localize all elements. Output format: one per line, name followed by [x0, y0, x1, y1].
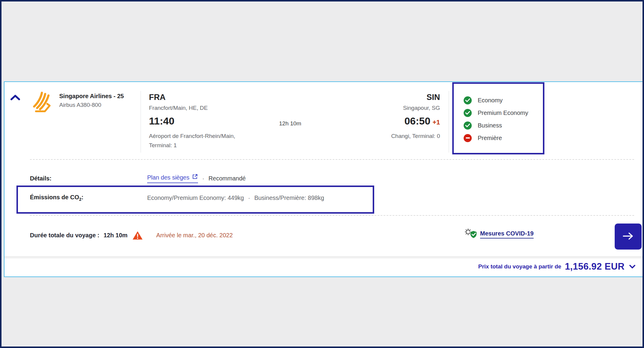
departure-info: FRA Francfort/Main, HE, DE 11:40 Aéropor… — [149, 93, 248, 150]
total-duration-row: Durée totale du voyage : 12h 10m Arrivée… — [30, 231, 233, 240]
dot-separator: · — [202, 175, 204, 182]
cabin-row-premium-economy: Premium Economy — [464, 107, 528, 119]
price-summary-bar[interactable]: Prix total du voyage à partir de 1,156.9… — [4, 256, 643, 276]
recommended-label: Recommandé — [208, 175, 246, 182]
details-row: Détails: Plan des sièges · Recommandé — [30, 174, 246, 183]
cabin-row-economy: Economy — [464, 94, 528, 107]
arrival-date-note: Arrivée le mar., 20 déc. 2022 — [156, 232, 233, 239]
departure-city: Francfort/Main, HE, DE — [149, 105, 248, 111]
arrival-airport-name: Changi, Terminal: 0 — [341, 131, 440, 141]
departure-airport-line2: Terminal: 1 — [149, 142, 177, 148]
covid-measures-row: Mesures COVID-19 — [464, 228, 534, 241]
cabin-row-premiere: Première — [464, 132, 528, 144]
cabin-label: Business — [478, 122, 502, 129]
screenshot-frame: Singapore Airlines - 25 Airbus A380-800 … — [0, 0, 644, 348]
departure-time: 11:40 — [149, 115, 248, 127]
covid-measures-link[interactable]: Mesures COVID-19 — [480, 230, 534, 238]
check-circle-icon — [464, 109, 472, 117]
day-offset-badge: +1 — [433, 118, 440, 126]
arrival-airport-code: SIN — [341, 93, 440, 102]
emissions-row: Émissions de CO2: Economy/Premium Econom… — [30, 194, 324, 202]
emissions-economy-value: Economy/Premium Economy: 449kg — [147, 194, 244, 201]
cabin-row-business: Business — [464, 119, 528, 132]
aircraft-type: Airbus A380-800 — [59, 102, 124, 108]
check-circle-icon — [464, 121, 472, 130]
emissions-business-value: Business/Première: 898kg — [254, 194, 324, 201]
minus-circle-icon — [464, 134, 472, 142]
total-duration-value: 12h 10m — [103, 232, 127, 239]
cabin-availability-list: Economy Premium Economy Business Premièr… — [464, 94, 528, 144]
cabin-label: Premium Economy — [478, 110, 528, 116]
arrival-time-value: 06:50 — [404, 115, 430, 127]
arrival-time: 06:50+1 — [341, 115, 440, 127]
cabin-label: Première — [478, 135, 502, 142]
details-label: Détails: — [30, 175, 147, 182]
total-duration-label: Durée totale du voyage : — [30, 232, 99, 239]
singapore-airlines-logo — [32, 91, 53, 114]
seat-map-link-label: Plan des sièges — [147, 174, 189, 181]
divider-vertical-right — [449, 91, 449, 153]
arrow-right-icon — [622, 231, 634, 242]
airline-info: Singapore Airlines - 25 Airbus A380-800 — [59, 93, 124, 108]
emissions-label: Émissions de CO2: — [30, 194, 147, 202]
dot-separator: · — [248, 194, 250, 201]
seat-map-link[interactable]: Plan des sièges — [147, 174, 198, 183]
check-circle-icon — [464, 96, 472, 104]
flight-duration: 12h 10m — [260, 120, 320, 127]
departure-airport-line1: Aéroport de Francfort-Rhein/Main, — [149, 133, 235, 139]
price-amount: 1,156.92 EUR — [565, 261, 625, 272]
external-link-icon — [192, 174, 198, 181]
departure-airport-code: FRA — [149, 93, 248, 102]
warning-triangle-icon — [132, 231, 143, 240]
chevron-up-icon — [10, 94, 21, 102]
divider-vertical-left — [141, 91, 141, 153]
cabin-label: Economy — [478, 97, 503, 104]
arrival-info: SIN Singapour, SG 06:50+1 Changi, Termin… — [341, 93, 440, 141]
collapse-card-button[interactable] — [9, 93, 21, 102]
airline-name: Singapore Airlines - 25 — [59, 93, 124, 100]
divider-dashed-top — [30, 159, 634, 160]
emissions-values: Economy/Premium Economy: 449kg · Busines… — [147, 194, 324, 201]
price-label: Prix total du voyage à partir de — [478, 263, 561, 270]
virus-shield-check-icon — [464, 228, 477, 241]
arrival-city: Singapour, SG — [341, 105, 440, 111]
chevron-down-icon[interactable] — [628, 263, 637, 270]
emissions-label-suffix: : — [81, 194, 83, 200]
divider-dashed-bottom — [30, 215, 634, 216]
flight-result-card: Singapore Airlines - 25 Airbus A380-800 … — [4, 81, 643, 277]
emissions-label-prefix: Émissions de CO — [30, 194, 79, 200]
departure-airport-name: Aéroport de Francfort-Rhein/Main, Termin… — [149, 131, 248, 150]
select-flight-button[interactable] — [615, 224, 642, 250]
